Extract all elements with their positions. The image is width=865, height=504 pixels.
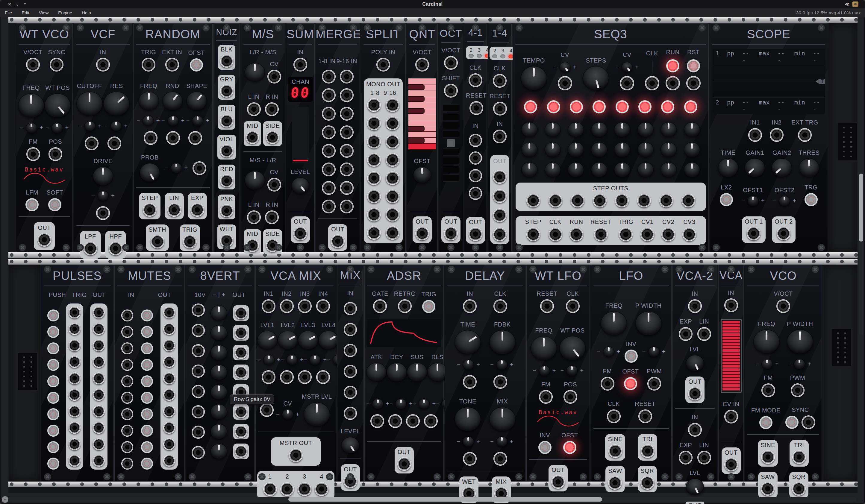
jack-port[interactable] — [121, 425, 133, 437]
port-in4[interactable] — [316, 299, 330, 313]
trim-knob[interactable] — [97, 191, 109, 201]
octave-step[interactable] — [447, 139, 455, 147]
port-pnk[interactable] — [220, 204, 233, 217]
port-fm[interactable] — [601, 377, 614, 390]
knob-knob[interactable] — [521, 162, 538, 177]
port-cv-in[interactable] — [724, 410, 738, 423]
knob-level[interactable] — [341, 437, 359, 454]
collapse-icon[interactable]: ≪ — [845, 1, 848, 7]
gain-knob[interactable] — [210, 305, 227, 321]
trim-knob[interactable] — [418, 399, 430, 409]
jack-port[interactable] — [235, 445, 247, 458]
port-reset[interactable] — [594, 227, 608, 241]
jack-port[interactable] — [385, 226, 400, 240]
jack-port[interactable] — [192, 425, 205, 439]
button-trg[interactable] — [805, 193, 818, 206]
push-button[interactable] — [141, 359, 153, 371]
knob-time[interactable] — [718, 158, 738, 177]
jack-port[interactable] — [163, 306, 175, 318]
jack-port[interactable] — [163, 389, 175, 401]
key-b[interactable] — [408, 84, 436, 90]
trim-knob[interactable] — [463, 360, 474, 370]
trim-knob[interactable] — [51, 123, 63, 133]
jack-port[interactable] — [367, 153, 381, 167]
jack-port[interactable] — [344, 323, 357, 336]
menu-item-edit[interactable]: Edit — [17, 8, 34, 17]
port-reset[interactable] — [470, 101, 483, 115]
port-1[interactable] — [263, 482, 277, 496]
octave-selector[interactable] — [443, 104, 459, 182]
jack-port[interactable] — [493, 189, 507, 203]
jack-port[interactable] — [469, 151, 482, 165]
port-l-in[interactable] — [247, 210, 261, 224]
jack-port[interactable] — [615, 194, 629, 208]
jack-port[interactable] — [367, 208, 381, 222]
jack-port[interactable] — [192, 385, 205, 398]
jack-port[interactable] — [637, 194, 651, 208]
port-sqr[interactable] — [792, 482, 806, 496]
knob-atk[interactable] — [366, 363, 387, 382]
menu-item-view[interactable]: View — [34, 8, 53, 17]
port-tri[interactable] — [641, 444, 655, 458]
port-out[interactable] — [469, 227, 482, 241]
knob-rnd[interactable] — [162, 92, 183, 110]
port-sqr[interactable] — [641, 476, 654, 490]
octave-step[interactable] — [443, 130, 459, 138]
button-led[interactable] — [524, 100, 537, 114]
trim-knob[interactable] — [566, 365, 578, 376]
port-poly-in[interactable] — [376, 58, 390, 71]
port-gry[interactable] — [220, 84, 233, 97]
port-in1[interactable] — [262, 299, 275, 313]
port-trig[interactable] — [619, 227, 633, 241]
key-b[interactable] — [408, 138, 436, 144]
jack-port[interactable] — [322, 200, 336, 213]
knob-steps[interactable] — [583, 66, 609, 90]
vertical-scrollbar[interactable] — [859, 174, 863, 335]
port-out[interactable] — [37, 233, 51, 247]
trim-knob[interactable] — [794, 359, 805, 369]
port-in[interactable] — [96, 58, 110, 71]
port-sine[interactable] — [761, 450, 775, 464]
port-hpf[interactable] — [109, 242, 123, 255]
trim-knob[interactable] — [84, 121, 95, 131]
jack-port[interactable] — [93, 405, 105, 417]
button-inv[interactable] — [538, 441, 552, 454]
port-side[interactable] — [266, 131, 279, 144]
port-r-in[interactable] — [265, 102, 279, 116]
jack-port[interactable] — [801, 415, 815, 429]
jack-port[interactable] — [469, 169, 482, 182]
port-exp[interactable] — [679, 327, 693, 341]
knob-prob[interactable] — [139, 163, 160, 182]
port-reset[interactable] — [540, 299, 554, 313]
jack-port[interactable] — [235, 346, 247, 359]
jack-port[interactable] — [163, 339, 175, 351]
port-cv-cv[interactable] — [620, 76, 634, 90]
port-clk[interactable] — [469, 73, 482, 87]
knob-knob[interactable] — [614, 122, 630, 137]
port-cv[interactable] — [267, 70, 281, 83]
push-button[interactable] — [47, 425, 59, 437]
jack-port[interactable] — [166, 131, 180, 145]
port-saw[interactable] — [761, 482, 775, 496]
jack-port[interactable] — [192, 405, 205, 419]
port-exp[interactable] — [679, 451, 693, 465]
button-led[interactable] — [592, 100, 606, 114]
knob-knob[interactable] — [521, 122, 538, 137]
jack-port[interactable] — [107, 137, 121, 150]
jack-port[interactable] — [493, 170, 507, 184]
jack-port[interactable] — [406, 414, 420, 428]
zoom-out-button[interactable]: − — [2, 496, 8, 503]
jack-port[interactable] — [93, 356, 105, 368]
jack-port[interactable] — [121, 326, 133, 338]
knob-mstr-lvl[interactable] — [303, 402, 330, 426]
jack-port[interactable] — [367, 189, 381, 203]
knob-lvl[interactable] — [686, 479, 704, 495]
knob-drive[interactable] — [93, 167, 113, 186]
knob-knob[interactable] — [591, 162, 607, 177]
knob-tone[interactable] — [454, 407, 481, 431]
jack-port[interactable] — [93, 455, 105, 467]
jack-port[interactable] — [262, 370, 275, 384]
knob-knob[interactable] — [591, 122, 607, 137]
push-button[interactable] — [141, 342, 153, 354]
port-mid[interactable] — [246, 131, 259, 144]
